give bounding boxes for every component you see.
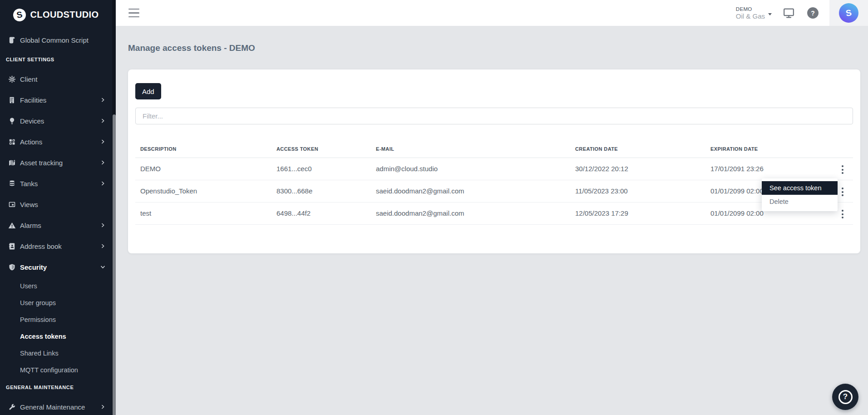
- chevron-right-icon: [100, 160, 106, 166]
- chevron-right-icon: [100, 404, 106, 410]
- cell-email: saeid.doodman2@gmail.com: [371, 180, 570, 202]
- sidebar-nav: Global Common ScriptCLIENT SETTINGSClien…: [0, 30, 116, 415]
- map-icon: [6, 157, 17, 168]
- sidebar-item-label: Asset tracking: [20, 159, 63, 167]
- sidebar-item-views[interactable]: Views: [0, 194, 116, 215]
- access-tokens-table: DESCRIPTIONACCESS TOKENE-MAILCREATION DA…: [135, 124, 853, 225]
- sidebar-item-mqtt-configuration[interactable]: MQTT configuration: [0, 361, 116, 378]
- client-name: DEMO: [736, 6, 765, 12]
- cloudstudio-logo-icon: S: [12, 7, 27, 22]
- cell-actions: [832, 158, 853, 180]
- row-context-menu: See access tokenDelete: [762, 178, 838, 211]
- menu-item-see-access-token[interactable]: See access token: [762, 181, 838, 195]
- sidebar: S CLOUDSTUDIO Global Common ScriptCLIENT…: [0, 0, 116, 415]
- frame-icon: [6, 199, 17, 210]
- sidebar-item-label: Devices: [20, 117, 44, 125]
- question-mark-icon: ?: [838, 390, 853, 404]
- script-icon: [6, 35, 17, 45]
- column-header-expiration-date: EXPIRATION DATE: [705, 124, 832, 158]
- sidebar-item-global-common-script[interactable]: Global Common Script: [0, 30, 116, 50]
- sidebar-item-users[interactable]: Users: [0, 277, 116, 294]
- cell-expiration-date: 17/01/2091 23:26: [705, 158, 832, 180]
- menu-item-delete[interactable]: Delete: [762, 195, 838, 208]
- client-switcher-dropdown[interactable]: DEMO Oil & Gas: [736, 6, 772, 20]
- sidebar-item-shared-links[interactable]: Shared Links: [0, 345, 116, 361]
- building-icon: [6, 94, 17, 105]
- sidebar-item-access-tokens[interactable]: Access tokens: [0, 328, 116, 345]
- column-header-description: DESCRIPTION: [135, 124, 271, 158]
- cell-creation-date: 11/05/2023 23:00: [570, 180, 705, 202]
- user-avatar[interactable]: S: [839, 3, 858, 23]
- cell-access-token: 6498...44f2: [271, 202, 371, 224]
- sidebar-item-label: Tanks: [20, 180, 38, 188]
- sidebar-item-label: Address book: [20, 242, 62, 250]
- table-row: test6498...44f2saeid.doodman2@gmail.com1…: [135, 202, 853, 224]
- sidebar-item-general-maintenance[interactable]: General Maintenance: [0, 396, 116, 415]
- sidebar-item-label: Views: [20, 201, 38, 208]
- cell-creation-date: 12/05/2023 17:29: [570, 202, 705, 224]
- sidebar-item-devices[interactable]: Devices: [0, 110, 116, 131]
- grid-icon: [6, 136, 17, 147]
- main-content: Manage access tokens - DEMO Add DESCRIPT…: [116, 26, 868, 415]
- sidebar-item-alarms[interactable]: Alarms: [0, 215, 116, 236]
- chevron-right-icon: [100, 222, 106, 228]
- sidebar-item-label: Global Common Script: [20, 36, 89, 44]
- sidebar-section-general-maintenance: GENERAL MAINTENANCE: [0, 378, 116, 396]
- topbar: DEMO Oil & Gas ? S: [116, 0, 868, 26]
- cell-description: DEMO: [135, 158, 271, 180]
- support-fab-button[interactable]: ?: [832, 384, 858, 410]
- chevron-right-icon: [100, 118, 106, 124]
- bulb-icon: [6, 115, 17, 126]
- filter-input[interactable]: [135, 108, 853, 124]
- cell-creation-date: 30/12/2022 20:12: [570, 158, 705, 180]
- client-type: Oil & Gas: [736, 12, 765, 20]
- sidebar-item-permissions[interactable]: Permissions: [0, 311, 116, 328]
- row-kebab-menu-button[interactable]: [839, 163, 846, 177]
- column-header-access-token: ACCESS TOKEN: [271, 124, 371, 158]
- sidebar-item-label: Security: [20, 263, 47, 271]
- display-monitor-icon[interactable]: [783, 7, 795, 19]
- sidebar-scrollbar[interactable]: [112, 0, 116, 415]
- sidebar-item-label: Actions: [20, 138, 42, 146]
- address-book-icon: [6, 241, 17, 252]
- row-kebab-menu-button[interactable]: [839, 207, 846, 221]
- shield-icon: [6, 262, 17, 272]
- cell-email: saeid.doodman2@gmail.com: [371, 202, 570, 224]
- sidebar-item-facilities[interactable]: Facilities: [0, 89, 116, 110]
- cell-email: admin@cloud.studio: [371, 158, 570, 180]
- sidebar-item-actions[interactable]: Actions: [0, 131, 116, 152]
- sidebar-item-address-book[interactable]: Address book: [0, 236, 116, 257]
- sidebar-item-security[interactable]: Security: [0, 257, 116, 277]
- scrollbar-thumb[interactable]: [113, 114, 116, 415]
- access-tokens-card: Add DESCRIPTIONACCESS TOKENE-MAILCREATIO…: [128, 69, 860, 253]
- sidebar-item-label: General Maintenance: [20, 403, 85, 411]
- table-row: DEMO1661...cec0admin@cloud.studio30/12/2…: [135, 158, 853, 180]
- page-title: Manage access tokens - DEMO: [128, 43, 868, 53]
- sidebar-item-user-groups[interactable]: User groups: [0, 294, 116, 311]
- cell-access-token: 8300...668e: [271, 180, 371, 202]
- brand-logo[interactable]: S CLOUDSTUDIO: [0, 0, 116, 30]
- sidebar-section-client-settings: CLIENT SETTINGS: [0, 50, 116, 69]
- sidebar-item-client[interactable]: Client: [0, 69, 116, 89]
- help-icon[interactable]: ?: [807, 7, 819, 19]
- brand-name: CLOUDSTUDIO: [30, 10, 99, 20]
- chevron-right-icon: [100, 181, 106, 187]
- column-header-e-mail: E-MAIL: [371, 124, 570, 158]
- column-header-actions: [832, 124, 853, 158]
- database-icon: [6, 178, 17, 189]
- row-kebab-menu-button[interactable]: [839, 185, 846, 199]
- cell-description: test: [135, 202, 271, 224]
- add-button[interactable]: Add: [135, 83, 161, 99]
- chevron-down-icon: [768, 13, 772, 15]
- wrench-icon: [6, 401, 17, 412]
- sidebar-item-tanks[interactable]: Tanks: [0, 173, 116, 194]
- sidebar-item-label: Client: [20, 75, 37, 83]
- column-header-creation-date: CREATION DATE: [570, 124, 705, 158]
- menu-toggle-button[interactable]: [128, 9, 139, 18]
- sidebar-item-label: Alarms: [20, 222, 41, 229]
- cell-access-token: 1661...cec0: [271, 158, 371, 180]
- chevron-right-icon: [100, 97, 106, 103]
- chevron-right-icon: [100, 139, 106, 145]
- sidebar-item-asset-tracking[interactable]: Asset tracking: [0, 152, 116, 173]
- avatar-strip: S: [829, 0, 868, 26]
